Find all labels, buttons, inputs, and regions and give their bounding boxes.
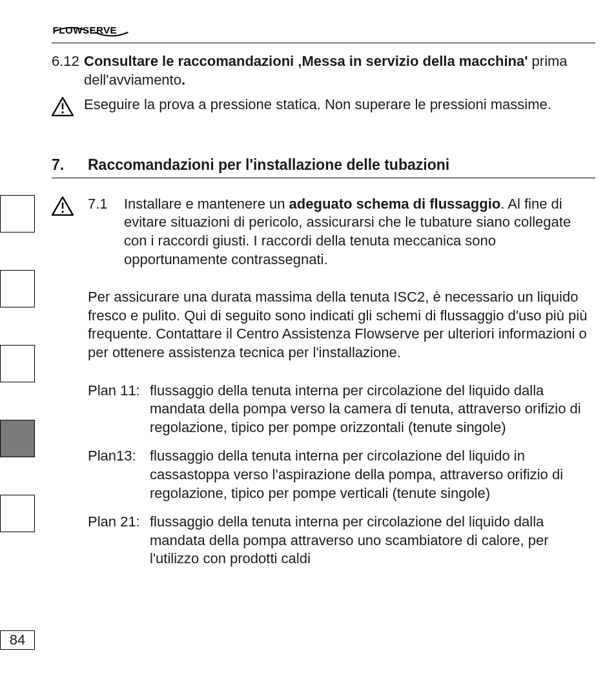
section-6-12-text: Consultare le raccomandazioni ‚Messa in … bbox=[84, 52, 595, 89]
plan-text: flussaggio della tenuta interna per circ… bbox=[150, 447, 595, 502]
page-number: 84 bbox=[10, 632, 25, 648]
side-tab-3 bbox=[0, 345, 35, 382]
plan-text: flussaggio della tenuta interna per circ… bbox=[150, 382, 595, 437]
plan-item: Plan 11: flussaggio della tenuta interna… bbox=[88, 382, 595, 437]
plan-item: Plan 21: flussaggio della tenuta interna… bbox=[88, 513, 595, 568]
section-7: 7. Raccomandazioni per l'installazione d… bbox=[52, 156, 595, 568]
plan-label: Plan 21: bbox=[88, 513, 150, 568]
section-7-1-body: 7.1 Installare e mantenere un adeguato s… bbox=[88, 195, 595, 269]
page-number-badge: 84 bbox=[0, 630, 35, 650]
section-7-title: Raccomandazioni per l'installazione dell… bbox=[88, 156, 449, 174]
header-divider bbox=[52, 43, 595, 43]
warning-6-12: Eseguire la prova a pressione statica. N… bbox=[52, 96, 595, 121]
svg-point-6 bbox=[61, 211, 63, 212]
section-7-1-bold: adeguato schema di flussaggio bbox=[289, 196, 501, 212]
section-7-1-number: 7.1 bbox=[88, 195, 124, 269]
plans-list: Plan 11: flussaggio della tenuta interna… bbox=[88, 382, 595, 568]
section-6-12-number: 6.12 bbox=[52, 52, 84, 89]
side-tab-1 bbox=[0, 195, 35, 233]
section-6-12-period: . bbox=[181, 72, 185, 88]
warning-icon-cell bbox=[52, 96, 84, 121]
warning-icon bbox=[52, 103, 74, 119]
svg-point-3 bbox=[61, 112, 63, 114]
side-tab-2 bbox=[0, 270, 35, 307]
brand-logo: FLOWSERVE bbox=[52, 19, 595, 40]
section-7-paragraph: Per assicurare una durata massima della … bbox=[88, 288, 595, 362]
side-tab-4-active bbox=[0, 420, 35, 457]
section-6-12: 6.12 Consultare le raccomandazioni ‚Mess… bbox=[52, 52, 595, 89]
plan-label: Plan13: bbox=[88, 447, 150, 502]
section-7-1-text: Installare e mantenere un adeguato schem… bbox=[124, 195, 595, 269]
side-tab-5 bbox=[0, 495, 35, 532]
side-tabs bbox=[0, 195, 35, 570]
plan-text: flussaggio della tenuta interna per circ… bbox=[150, 513, 595, 568]
plan-label: Plan 11: bbox=[88, 382, 150, 437]
plan-item: Plan13: flussaggio della tenuta interna … bbox=[88, 447, 595, 502]
warning-icon bbox=[52, 203, 74, 219]
section-7-1-lead: Installare e mantenere un bbox=[124, 196, 289, 212]
section-7-heading: 7. Raccomandazioni per l'installazione d… bbox=[52, 156, 595, 178]
svg-text:FLOWSERVE: FLOWSERVE bbox=[53, 25, 118, 36]
section-7-1: 7.1 Installare e mantenere un adeguato s… bbox=[52, 195, 595, 269]
section-7-1-warning-icon-cell bbox=[52, 195, 88, 269]
warning-6-12-text: Eseguire la prova a pressione statica. N… bbox=[84, 96, 595, 121]
content-area: FLOWSERVE 6.12 Consultare le raccomandaz… bbox=[52, 19, 595, 673]
page: 84 FLOWSERVE 6.12 Consultare le raccoman… bbox=[0, 0, 616, 673]
section-6-12-bold: Consultare le raccomandazioni ‚Messa in … bbox=[84, 53, 528, 69]
section-7-number: 7. bbox=[52, 156, 88, 174]
